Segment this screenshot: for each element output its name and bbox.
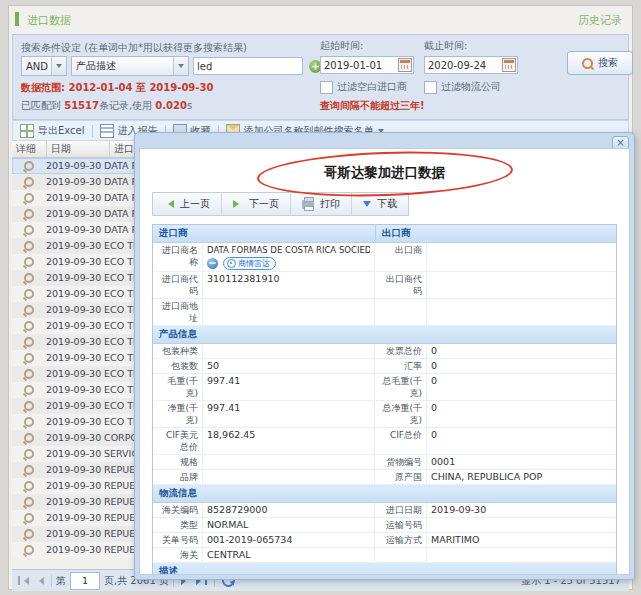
magnifier-icon[interactable] (24, 369, 34, 379)
row-date: 2019-09-30 (46, 174, 104, 190)
field-label: CIF美元总价 (153, 428, 203, 455)
radar-icon (227, 259, 236, 268)
magnifier-icon[interactable] (24, 449, 34, 459)
importer-name-cell: DATA FORMAS DE COSTA RICA SOCIEDAD ANONI… (203, 243, 375, 272)
row-detail-cell[interactable] (12, 286, 46, 302)
row-detail-cell[interactable] (12, 302, 46, 318)
calendar-icon[interactable] (502, 58, 516, 72)
calendar-icon[interactable] (398, 58, 412, 72)
row-detail-cell[interactable] (12, 222, 46, 238)
magnifier-icon[interactable] (24, 529, 34, 539)
magnifier-icon[interactable] (24, 465, 34, 475)
next-record-button[interactable]: 下一页 (222, 193, 291, 215)
magnifier-icon[interactable] (24, 193, 34, 203)
empty-value (427, 299, 616, 326)
row-detail-cell[interactable] (12, 254, 46, 270)
field-select[interactable]: 产品描述 (71, 56, 189, 76)
export-excel-button[interactable]: 导出Excel (13, 124, 92, 138)
print-button[interactable]: 打印 (291, 193, 352, 215)
magnifier-icon[interactable] (24, 353, 34, 363)
row-date: 2019-09-30 (46, 222, 104, 238)
magnifier-icon[interactable] (24, 177, 34, 187)
magnifier-icon[interactable] (24, 273, 34, 283)
row-detail-cell[interactable] (12, 238, 46, 254)
field-value: 997.41 (203, 374, 375, 401)
row-detail-cell[interactable] (12, 494, 46, 510)
filter-importer-checkbox[interactable] (320, 81, 333, 94)
magnifier-icon[interactable] (24, 497, 34, 507)
row-detail-cell[interactable] (12, 382, 46, 398)
row-detail-cell[interactable] (12, 158, 46, 174)
field-label: 毛重(千克) (153, 374, 203, 401)
row-detail-cell[interactable] (12, 334, 46, 350)
magnifier-icon[interactable] (24, 513, 34, 523)
magnifier-icon[interactable] (24, 225, 34, 235)
start-date-field[interactable]: 2019-01-01 (320, 56, 414, 74)
magnifier-icon[interactable] (24, 433, 34, 443)
magnifier-icon[interactable] (24, 305, 34, 315)
row-detail-cell[interactable] (12, 270, 46, 286)
page-number-input[interactable] (70, 572, 100, 590)
row-detail-cell[interactable] (12, 542, 46, 558)
search-button[interactable]: 搜索 (567, 51, 633, 75)
row-detail-cell[interactable] (12, 478, 46, 494)
importer-section-title: 进口商 (153, 225, 375, 243)
row-detail-cell[interactable] (12, 190, 46, 206)
globe-icon[interactable] (207, 258, 218, 269)
logistics-section-title: 物流信息 (153, 485, 616, 503)
pager-divider (51, 575, 52, 587)
row-detail-cell[interactable] (12, 414, 46, 430)
magnifier-icon[interactable] (24, 241, 34, 251)
importer-code-value: 310112381910 (203, 272, 375, 299)
field-label: 海关编码 (153, 503, 203, 518)
row-detail-cell[interactable] (12, 510, 46, 526)
row-detail-cell[interactable] (12, 526, 46, 542)
row-date: 2019-09-30 (46, 414, 104, 430)
column-header-date[interactable]: 日期 (47, 141, 110, 157)
field-value: 0 (427, 344, 616, 359)
page-prefix: 第 (56, 574, 66, 588)
chevron-down-icon[interactable] (51, 57, 66, 75)
magnifier-icon[interactable] (24, 545, 34, 555)
history-link[interactable]: 历史记录 (578, 13, 622, 28)
row-detail-cell[interactable] (12, 350, 46, 366)
row-date: 2019-09-30 (46, 510, 104, 526)
magnifier-icon[interactable] (24, 481, 34, 491)
row-detail-cell[interactable] (12, 398, 46, 414)
end-date-group: 截止时间: 2020-09-24 (424, 39, 518, 74)
operator-select[interactable]: AND (21, 56, 67, 76)
magnifier-icon[interactable] (24, 417, 34, 427)
radar-badge[interactable]: 商情雷达 (223, 257, 276, 270)
company-address-row: 进口商地址 (153, 299, 616, 326)
field-label: 海关 (153, 548, 203, 563)
magnifier-icon[interactable] (24, 161, 34, 171)
first-page-button[interactable] (18, 576, 29, 585)
row-detail-cell[interactable] (12, 206, 46, 222)
row-detail-cell[interactable] (12, 366, 46, 382)
magnifier-icon[interactable] (24, 209, 34, 219)
magnifier-icon[interactable] (24, 401, 34, 411)
magnifier-icon[interactable] (24, 289, 34, 299)
row-detail-cell[interactable] (12, 462, 46, 478)
green-right-arrow-icon (233, 200, 243, 208)
magnifier-icon[interactable] (24, 321, 34, 331)
empty-label (375, 299, 427, 326)
column-header-detail[interactable]: 详细 (12, 141, 47, 157)
prev-record-button[interactable]: 上一页 (153, 193, 222, 215)
prev-page-button[interactable] (35, 577, 44, 585)
filter-logistics-checkbox[interactable] (424, 81, 437, 94)
end-date-field[interactable]: 2020-09-24 (424, 56, 518, 74)
magnifier-icon[interactable] (24, 257, 34, 267)
row-detail-cell[interactable] (12, 174, 46, 190)
row-date: 2019-09-30 (46, 478, 104, 494)
row-detail-cell[interactable] (12, 430, 46, 446)
row-detail-cell[interactable] (12, 446, 46, 462)
row-detail-cell[interactable] (12, 318, 46, 334)
magnifier-icon[interactable] (24, 385, 34, 395)
field-value (427, 518, 616, 533)
field-value: NORMAL (203, 518, 375, 533)
keyword-input[interactable] (193, 57, 303, 75)
company-name-row: 进口商名称 DATA FORMAS DE COSTA RICA SOCIEDAD… (153, 243, 616, 272)
magnifier-icon[interactable] (24, 337, 34, 347)
chevron-down-icon[interactable] (173, 57, 188, 75)
